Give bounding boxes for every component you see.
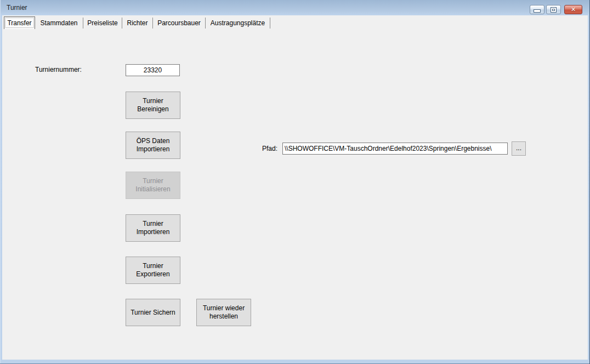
window-title: Turnier [7,4,27,12]
tab-stammdaten[interactable]: Stammdaten [35,18,83,29]
tab-strip: Transfer Stammdaten Preiseliste Richter … [2,15,588,29]
turnier-initialisieren-button[interactable]: Turnier Initialisieren [126,172,180,199]
title-bar[interactable]: Turnier ✕ [0,0,590,15]
application-window: { "window": { "title": "Turnier", "contr… [0,0,590,364]
oeps-daten-importieren-button[interactable]: ÖPS Daten Importieren [126,132,180,159]
tab-austragungsplaetze[interactable]: Austragungsplätze [206,18,270,29]
turniernummer-label: Turniernummer: [35,66,82,73]
pfad-label: Pfad: [262,145,277,152]
turniernummer-input[interactable] [126,64,180,76]
turnier-sichern-button[interactable]: Turnier Sichern [126,299,180,326]
close-icon: ✕ [571,5,576,14]
pfad-input[interactable] [282,143,508,155]
tab-page-transfer: Transfer Stammdaten Preiseliste Richter … [2,15,588,360]
minimize-button[interactable] [530,5,544,14]
turnier-wieder-herstellen-button[interactable]: Turnier wieder herstellen [196,299,251,326]
minimize-icon [534,9,541,13]
tab-transfer[interactable]: Transfer [4,16,35,29]
turnier-importieren-button[interactable]: Turnier Importieren [126,214,180,242]
restore-icon [551,7,557,13]
pfad-browse-button[interactable]: ... [512,141,526,156]
tab-preiseliste[interactable]: Preiseliste [83,18,122,29]
close-button[interactable]: ✕ [564,5,582,14]
turnier-bereinigen-button[interactable]: Turnier Bereinigen [126,92,180,119]
turnier-exportieren-button[interactable]: Turnier Exportieren [126,257,180,284]
tab-richter[interactable]: Richter [122,18,153,29]
tab-parcoursbauer[interactable]: Parcoursbauer [153,18,206,29]
restore-button[interactable] [546,5,561,14]
